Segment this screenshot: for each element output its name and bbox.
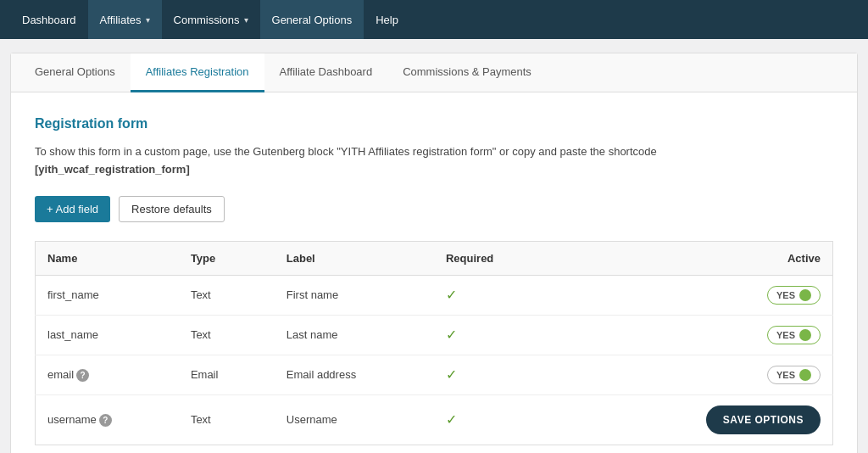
nav-item-commissions[interactable]: Commissions ▾ — [162, 0, 260, 39]
table-row: last_nameTextLast name✓YES — [36, 315, 833, 355]
col-header-type: Type — [179, 241, 275, 275]
registration-fields-table: Name Type Label Required Active first_na… — [35, 241, 833, 445]
col-header-required: Required — [434, 241, 673, 275]
description: To show this form in a custom page, use … — [35, 143, 833, 179]
page-wrapper: General Options Affiliates Registration … — [10, 53, 858, 453]
active-toggle[interactable]: YES — [767, 286, 821, 305]
tab-affiliate-dashboard[interactable]: Affiliate Dashboard — [264, 53, 388, 92]
toggle-label: YES — [776, 330, 795, 340]
field-label: Username — [275, 394, 434, 445]
nav-label-help: Help — [376, 14, 398, 26]
col-header-active: Active — [673, 241, 832, 275]
tab-commissions-payments[interactable]: Commissions & Payments — [387, 53, 547, 92]
toggle-dot — [799, 289, 811, 301]
active-toggle[interactable]: YES — [767, 326, 821, 344]
description-text: To show this form in a custom page, use … — [35, 145, 657, 158]
field-name: first_name — [36, 275, 179, 315]
checkmark-icon: ✓ — [446, 367, 457, 382]
col-header-label: Label — [275, 241, 434, 275]
chevron-down-icon: ▾ — [146, 15, 150, 25]
field-type: Text — [179, 275, 275, 315]
restore-defaults-button[interactable]: Restore defaults — [119, 196, 225, 222]
toggle-dot — [799, 329, 811, 341]
top-navigation: Dashboard Affiliates ▾ Commissions ▾ Gen… — [0, 0, 868, 39]
field-name: last_name — [36, 315, 179, 355]
checkmark-icon: ✓ — [446, 412, 457, 427]
checkmark-icon: ✓ — [446, 327, 457, 342]
chevron-down-icon: ▾ — [244, 15, 248, 25]
field-active: YES — [673, 275, 832, 315]
nav-item-dashboard[interactable]: Dashboard — [10, 0, 88, 39]
action-buttons: + Add field Restore defaults — [35, 196, 833, 222]
field-active: YES — [673, 355, 832, 394]
table-header-row: Name Type Label Required Active — [36, 241, 833, 275]
field-name: email? — [36, 355, 179, 394]
help-icon[interactable]: ? — [99, 414, 112, 427]
help-icon[interactable]: ? — [76, 369, 89, 382]
tab-affiliates-registration[interactable]: Affiliates Registration — [131, 53, 264, 92]
toggle-dot — [799, 369, 811, 381]
sub-tabs: General Options Affiliates Registration … — [11, 53, 857, 92]
tab-general-options[interactable]: General Options — [19, 53, 131, 92]
field-required: ✓ — [434, 394, 673, 445]
nav-label-affiliates: Affiliates — [100, 14, 142, 26]
checkmark-icon: ✓ — [446, 288, 457, 302]
field-type: Text — [179, 315, 275, 355]
nav-item-affiliates[interactable]: Affiliates ▾ — [88, 0, 162, 39]
nav-label-general-options: General Options — [272, 14, 353, 26]
table-row: username?TextUsername✓SAVE OPTIONS — [36, 394, 833, 445]
toggle-label: YES — [776, 370, 795, 380]
add-field-button[interactable]: + Add field — [35, 196, 110, 222]
content-area: Registration form To show this form in a… — [11, 92, 857, 453]
toggle-label: YES — [776, 290, 795, 300]
shortcode-text: [yith_wcaf_registration_form] — [35, 163, 190, 176]
save-options-button[interactable]: SAVE OPTIONS — [706, 405, 821, 434]
field-label: Last name — [275, 315, 434, 355]
field-label: First name — [275, 275, 434, 315]
nav-item-help[interactable]: Help — [364, 0, 410, 39]
field-type: Email — [179, 355, 275, 394]
field-required: ✓ — [434, 275, 673, 315]
field-required: ✓ — [434, 355, 673, 394]
table-row: first_nameTextFirst name✓YES — [36, 275, 833, 315]
field-type: Text — [179, 394, 275, 445]
field-active: YES — [673, 315, 832, 355]
field-name: username? — [36, 394, 179, 445]
active-toggle[interactable]: YES — [767, 366, 821, 384]
field-label: Email address — [275, 355, 434, 394]
nav-label-dashboard: Dashboard — [22, 14, 76, 26]
field-required: ✓ — [434, 315, 673, 355]
section-title: Registration form — [35, 116, 833, 131]
col-header-name: Name — [36, 241, 179, 275]
table-row: email?EmailEmail address✓YES — [36, 355, 833, 394]
nav-item-general-options[interactable]: General Options — [260, 0, 364, 39]
nav-label-commissions: Commissions — [174, 14, 240, 26]
field-active: SAVE OPTIONS — [673, 394, 832, 445]
